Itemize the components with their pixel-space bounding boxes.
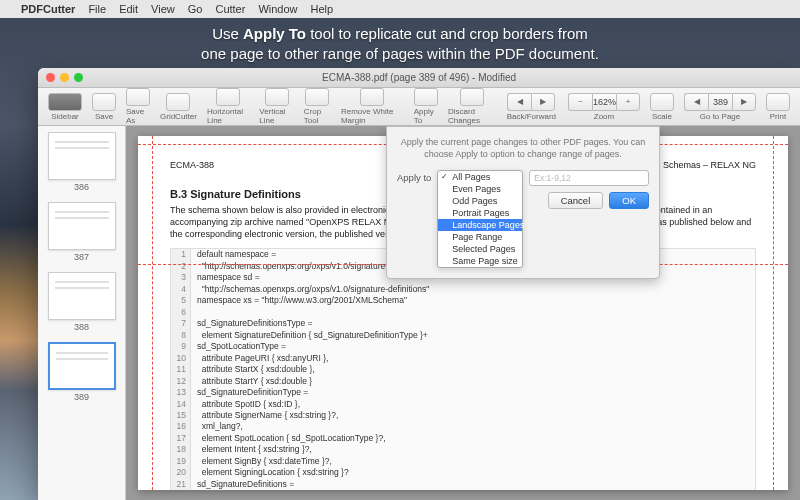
toolbar-label: Vertical Line bbox=[259, 107, 294, 125]
toolbar-label: Print bbox=[770, 112, 786, 121]
dropdown-option[interactable]: Portrait Pages bbox=[438, 207, 522, 219]
crop-tool-button[interactable] bbox=[305, 88, 329, 106]
dropdown-option[interactable]: Same Page size bbox=[438, 255, 522, 267]
page-thumbnail[interactable]: 386 bbox=[48, 132, 116, 192]
dropdown-option[interactable]: Selected Pages bbox=[438, 243, 522, 255]
crop-guide-vertical[interactable] bbox=[773, 136, 774, 490]
cancel-button[interactable]: Cancel bbox=[548, 192, 604, 209]
thumbnail-label: 387 bbox=[48, 252, 116, 262]
page-thumbnail[interactable]: 387 bbox=[48, 202, 116, 262]
ok-button[interactable]: OK bbox=[609, 192, 649, 209]
grid-cutter-button[interactable] bbox=[166, 93, 190, 111]
crop-guide-vertical[interactable] bbox=[152, 136, 153, 490]
toolbar-label: Zoom bbox=[594, 112, 614, 121]
close-icon[interactable] bbox=[46, 73, 55, 82]
toolbar-label: Back/Forward bbox=[507, 112, 556, 121]
menu-cutter[interactable]: Cutter bbox=[215, 3, 245, 15]
menu-file[interactable]: File bbox=[88, 3, 106, 15]
toolbar-label: GridCutter bbox=[160, 112, 197, 121]
window-titlebar: ECMA-388.pdf (page 389 of 496) - Modifie… bbox=[38, 68, 800, 88]
thumbnail-sidebar: 386 387 388 389 bbox=[38, 126, 126, 500]
vertical-line-button[interactable] bbox=[265, 88, 289, 106]
thumbnail-label: 386 bbox=[48, 182, 116, 192]
back-button[interactable]: ◀ bbox=[507, 93, 531, 111]
app-window: ECMA-388.pdf (page 389 of 496) - Modifie… bbox=[38, 68, 800, 500]
thumbnail-label: 388 bbox=[48, 322, 116, 332]
page-header-left: ECMA-388 bbox=[170, 160, 214, 170]
page-thumbnail-selected[interactable]: 389 bbox=[48, 342, 116, 402]
dropdown-option[interactable]: All Pages bbox=[438, 171, 522, 183]
apply-to-popover: Apply the current page changes to other … bbox=[386, 126, 660, 279]
toolbar-label: Discard Changes bbox=[448, 107, 497, 125]
window-controls bbox=[46, 73, 83, 82]
apply-to-dropdown[interactable]: All PagesEven PagesOdd PagesPortrait Pag… bbox=[437, 170, 523, 268]
menu-edit[interactable]: Edit bbox=[119, 3, 138, 15]
toolbar-label: Save As bbox=[126, 107, 150, 125]
window-title: ECMA-388.pdf (page 389 of 496) - Modifie… bbox=[322, 72, 516, 83]
apply-to-button[interactable] bbox=[414, 88, 438, 106]
sidebar-toggle-button[interactable] bbox=[48, 93, 82, 111]
macos-menubar: PDFCutter File Edit View Go Cutter Windo… bbox=[0, 0, 800, 18]
horizontal-line-button[interactable] bbox=[216, 88, 240, 106]
forward-button[interactable]: ▶ bbox=[531, 93, 555, 111]
toolbar: Sidebar Save Save As GridCutter Horizont… bbox=[38, 88, 800, 126]
zoom-value-field[interactable]: 162% bbox=[592, 93, 616, 111]
menu-view[interactable]: View bbox=[151, 3, 175, 15]
menu-help[interactable]: Help bbox=[311, 3, 334, 15]
toolbar-label: Remove White Margin bbox=[341, 107, 404, 125]
toolbar-label: Crop Tool bbox=[304, 107, 331, 125]
print-button[interactable] bbox=[766, 93, 790, 111]
zoom-in-button[interactable]: + bbox=[616, 93, 640, 111]
popover-message: Apply the current page changes to other … bbox=[397, 137, 649, 160]
dropdown-option[interactable]: Landscape Pages bbox=[438, 219, 522, 231]
remove-white-margin-button[interactable] bbox=[360, 88, 384, 106]
page-prev-button[interactable]: ◀ bbox=[684, 93, 708, 111]
page-number-field[interactable]: 389 bbox=[708, 93, 732, 111]
scale-button[interactable] bbox=[650, 93, 674, 111]
toolbar-label: Save bbox=[95, 112, 113, 121]
dropdown-option[interactable]: Even Pages bbox=[438, 183, 522, 195]
toolbar-label: Scale bbox=[652, 112, 672, 121]
toolbar-label: Go to Page bbox=[700, 112, 740, 121]
zoom-out-button[interactable]: − bbox=[568, 93, 592, 111]
code-listing: 1default namespace =2 "http://schemas.op… bbox=[170, 248, 756, 490]
page-next-button[interactable]: ▶ bbox=[732, 93, 756, 111]
promo-caption: Use Apply To tool to replicate cut and c… bbox=[0, 24, 800, 65]
zoom-icon[interactable] bbox=[74, 73, 83, 82]
menu-window[interactable]: Window bbox=[258, 3, 297, 15]
page-thumbnail[interactable]: 388 bbox=[48, 272, 116, 332]
toolbar-label: Horizontal Line bbox=[207, 107, 249, 125]
dropdown-option[interactable]: Page Range bbox=[438, 231, 522, 243]
menu-app[interactable]: PDFCutter bbox=[21, 3, 75, 15]
discard-changes-button[interactable] bbox=[460, 88, 484, 106]
menu-go[interactable]: Go bbox=[188, 3, 203, 15]
save-as-button[interactable] bbox=[126, 88, 150, 106]
document-viewport[interactable]: ECMA-388 B. Schemas – RELAX NG B.3 Signa… bbox=[126, 126, 800, 500]
thumbnail-label: 389 bbox=[48, 392, 116, 402]
toolbar-label: Apply To bbox=[414, 107, 438, 125]
dropdown-option[interactable]: Odd Pages bbox=[438, 195, 522, 207]
page-range-input[interactable]: Ex:1-9,12 bbox=[529, 170, 649, 186]
minimize-icon[interactable] bbox=[60, 73, 69, 82]
apply-to-label: Apply to bbox=[397, 172, 431, 183]
toolbar-label: Sidebar bbox=[51, 112, 79, 121]
save-button[interactable] bbox=[92, 93, 116, 111]
page-header-right: B. Schemas – RELAX NG bbox=[652, 160, 756, 170]
